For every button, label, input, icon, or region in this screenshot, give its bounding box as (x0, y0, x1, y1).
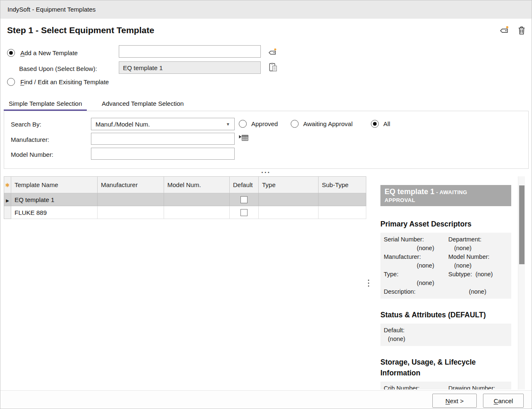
storage-fields: Crib Number: (none) Drawing Number: (non… (380, 382, 511, 390)
subtype-label: Subtype: (448, 270, 472, 279)
model-number-label: Model Number: (11, 151, 54, 158)
serial-number-value: (none) (384, 244, 448, 253)
footer-bar: Next > Cancel (0, 390, 532, 409)
cell-manufacturer[interactable] (98, 206, 164, 219)
description-label: Description: (384, 287, 416, 296)
crib-number-label: Crib Number: (384, 384, 448, 390)
subtype-value: (none) (476, 270, 493, 279)
col-model-num[interactable]: Model Num. (164, 177, 230, 193)
horizontal-splitter[interactable]: ... (0, 169, 532, 176)
manufacturer-label: Manufacturer: (11, 136, 49, 143)
cell-model-num[interactable] (164, 206, 230, 219)
default-checkbox[interactable] (240, 209, 248, 216)
cell-default (230, 206, 259, 219)
template-tag-icon (499, 25, 509, 36)
cell-sub-type[interactable] (319, 193, 366, 206)
row-indicator-header: ✱ (4, 177, 11, 193)
table-row-eq-template-1[interactable]: ▶ EQ template 1 (4, 193, 366, 206)
cancel-button[interactable]: Cancel (483, 394, 524, 408)
awaiting-approval-label[interactable]: Awaiting Approval (303, 120, 353, 127)
find-edit-template-option: Find / Edit an Exisiting Template (7, 78, 109, 86)
awaiting-approval-radio[interactable] (291, 120, 299, 128)
add-new-template-option: Add a New Template (7, 49, 78, 57)
splitter-dots-icon: ... (261, 169, 271, 173)
window-titlebar: IndySoft - Equipment Templates (0, 0, 532, 19)
clipboard-icon (268, 62, 278, 73)
table-row-fluke-889[interactable]: FLUKE 889 (4, 206, 366, 219)
window-title: IndySoft - Equipment Templates (7, 6, 96, 13)
scrollbar-thumb[interactable] (519, 185, 525, 264)
cell-type[interactable] (259, 206, 319, 219)
tab-simple-template-selection[interactable]: Simple Template Selection (4, 97, 87, 111)
primary-asset-fields: Serial Number: (none) Department: (none)… (380, 233, 511, 299)
col-type[interactable]: Type (259, 177, 319, 193)
cell-template-name[interactable]: FLUKE 889 (11, 206, 98, 219)
status-attributes-fields: Default: (none) (380, 324, 511, 346)
table-header-row: ✱ Template Name Manufacturer Model Num. … (4, 177, 366, 193)
cell-sub-type[interactable] (319, 206, 366, 219)
search-by-selected-value: Manuf./Model Num. (96, 121, 150, 128)
new-row-star-icon: ✱ (5, 182, 10, 188)
cell-default (230, 193, 259, 206)
cell-type[interactable] (259, 193, 319, 206)
col-manufacturer[interactable]: Manufacturer (98, 177, 164, 193)
details-header: EQ template 1 - AWAITING APPROVAL (380, 185, 511, 206)
manufacturer-lookup-button[interactable] (238, 133, 249, 143)
vertical-splitter[interactable] (365, 176, 371, 390)
templates-table: ✱ Template Name Manufacturer Model Num. … (4, 176, 366, 219)
find-edit-template-radio[interactable] (7, 78, 15, 86)
template-note-button[interactable] (499, 25, 509, 36)
filter-awaiting-approval-option: Awaiting Approval (291, 120, 353, 128)
model-number-detail-value: (none) (448, 261, 508, 270)
template-note-input-button[interactable] (267, 48, 277, 57)
col-sub-type[interactable]: Sub-Type (319, 177, 366, 193)
approved-radio[interactable] (239, 120, 247, 128)
col-default[interactable]: Default (230, 177, 259, 193)
current-row-pointer-icon: ▶ (6, 198, 9, 203)
based-upon-label: Based Upon (Select Below): (19, 65, 97, 72)
template-details-panel: EQ template 1 - AWAITING APPROVAL Primar… (373, 176, 518, 390)
add-new-template-radio[interactable] (7, 49, 15, 57)
approved-label[interactable]: Approved (251, 120, 278, 127)
row-indicator-cell (4, 206, 11, 219)
app-window: IndySoft - Equipment Templates Step 1 - … (0, 0, 532, 409)
section-title-status-attributes: Status & Attributes (DEFAULT) (380, 309, 511, 320)
cell-template-name[interactable]: EQ template 1 (11, 193, 98, 206)
manufacturer-detail-value: (none) (384, 261, 448, 270)
chevron-down-icon: ▼ (226, 122, 230, 127)
details-scrollbar[interactable] (518, 176, 525, 390)
templates-grid-container: ✱ Template Name Manufacturer Model Num. … (4, 176, 366, 219)
all-radio[interactable] (371, 120, 379, 128)
new-template-name-input[interactable] (119, 45, 261, 58)
department-label: Department: (448, 235, 508, 244)
default-label: Default: (384, 326, 508, 335)
simple-template-selection-panel: Search By: Manuf./Model Num. ▼ Approved … (4, 111, 529, 169)
template-tag-icon (267, 48, 277, 57)
filter-all-option: All (371, 120, 390, 128)
search-by-dropdown[interactable]: Manuf./Model Num. ▼ (91, 118, 235, 130)
page-title: Step 1 - Select Equipment Template (7, 25, 154, 35)
cell-model-num[interactable] (164, 193, 230, 206)
add-new-template-label[interactable]: Add a New Template (20, 49, 78, 56)
copy-template-button[interactable] (268, 62, 278, 73)
search-by-label: Search By: (11, 121, 41, 128)
description-value: (none) (469, 287, 508, 296)
all-label[interactable]: All (383, 120, 390, 127)
manufacturer-detail-label: Manufacturer: (384, 253, 448, 261)
default-checkbox[interactable] (240, 196, 248, 203)
next-button[interactable]: Next > (432, 394, 477, 408)
trash-icon (517, 25, 527, 35)
row-indicator-cell: ▶ (4, 193, 11, 206)
default-value: (none) (384, 335, 508, 343)
tab-advanced-template-selection[interactable]: Advanced Template Selection (96, 97, 189, 111)
model-number-input[interactable] (91, 148, 235, 160)
details-template-name: EQ template 1 (385, 187, 434, 196)
delete-template-button[interactable] (517, 25, 527, 35)
find-edit-template-label[interactable]: Find / Edit an Exisiting Template (20, 78, 109, 85)
type-label: Type: (384, 270, 448, 279)
based-upon-input (119, 61, 261, 74)
section-title-primary-asset-descriptors: Primary Asset Descriptors (380, 219, 511, 229)
manufacturer-input[interactable] (91, 133, 235, 145)
col-template-name[interactable]: Template Name (11, 177, 98, 193)
cell-manufacturer[interactable] (98, 193, 164, 206)
